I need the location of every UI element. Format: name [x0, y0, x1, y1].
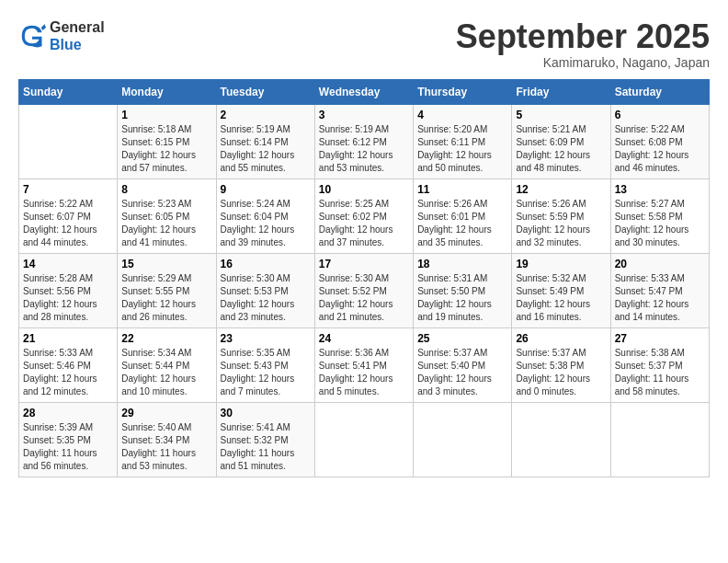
page-header: General Blue September 2025 Kamimaruko, …: [18, 18, 710, 70]
day-number: 1: [121, 109, 211, 121]
day-number: 18: [417, 258, 507, 270]
day-number: 6: [615, 109, 705, 121]
calendar-cell: 29Sunrise: 5:40 AM Sunset: 5:34 PM Dayli…: [118, 402, 216, 477]
day-info: Sunrise: 5:28 AM Sunset: 5:56 PM Dayligh…: [23, 272, 113, 324]
weekday-header-row: SundayMondayTuesdayWednesdayThursdayFrid…: [19, 79, 710, 104]
day-info: Sunrise: 5:19 AM Sunset: 6:12 PM Dayligh…: [319, 123, 409, 175]
day-number: 8: [121, 183, 211, 196]
logo-blue: Blue: [50, 36, 105, 53]
logo-general: General: [50, 18, 105, 36]
day-number: 24: [319, 332, 409, 345]
calendar-cell: 3Sunrise: 5:19 AM Sunset: 6:12 PM Daylig…: [314, 104, 413, 178]
day-info: Sunrise: 5:33 AM Sunset: 5:47 PM Dayligh…: [615, 272, 705, 324]
calendar-cell: [414, 402, 512, 477]
calendar-cell: 22Sunrise: 5:34 AM Sunset: 5:44 PM Dayli…: [118, 327, 216, 402]
calendar-cell: 28Sunrise: 5:39 AM Sunset: 5:35 PM Dayli…: [19, 402, 118, 477]
day-info: Sunrise: 5:21 AM Sunset: 6:09 PM Dayligh…: [516, 123, 606, 175]
logo-text: General Blue: [50, 18, 105, 53]
calendar-cell: 24Sunrise: 5:36 AM Sunset: 5:41 PM Dayli…: [314, 327, 413, 402]
day-info: Sunrise: 5:31 AM Sunset: 5:50 PM Dayligh…: [417, 272, 507, 324]
calendar-cell: 2Sunrise: 5:19 AM Sunset: 6:14 PM Daylig…: [216, 104, 314, 178]
calendar-cell: 13Sunrise: 5:27 AM Sunset: 5:58 PM Dayli…: [610, 178, 709, 253]
day-info: Sunrise: 5:39 AM Sunset: 5:35 PM Dayligh…: [23, 421, 113, 473]
day-info: Sunrise: 5:22 AM Sunset: 6:08 PM Dayligh…: [615, 123, 705, 175]
calendar-cell: 7Sunrise: 5:22 AM Sunset: 6:07 PM Daylig…: [19, 178, 118, 253]
day-number: 30: [221, 407, 311, 419]
weekday-header: Wednesday: [314, 79, 413, 104]
calendar-cell: 18Sunrise: 5:31 AM Sunset: 5:50 PM Dayli…: [414, 253, 512, 327]
calendar-cell: 20Sunrise: 5:33 AM Sunset: 5:47 PM Dayli…: [610, 253, 709, 327]
weekday-header: Thursday: [414, 79, 512, 104]
day-info: Sunrise: 5:27 AM Sunset: 5:58 PM Dayligh…: [615, 198, 705, 249]
day-info: Sunrise: 5:24 AM Sunset: 6:04 PM Dayligh…: [221, 198, 311, 249]
calendar-cell: 6Sunrise: 5:22 AM Sunset: 6:08 PM Daylig…: [610, 104, 709, 178]
calendar-cell: 11Sunrise: 5:26 AM Sunset: 6:01 PM Dayli…: [414, 178, 512, 253]
day-info: Sunrise: 5:25 AM Sunset: 6:02 PM Dayligh…: [319, 198, 409, 249]
calendar-cell: 30Sunrise: 5:41 AM Sunset: 5:32 PM Dayli…: [216, 402, 314, 477]
calendar-cell: [19, 104, 118, 178]
day-info: Sunrise: 5:36 AM Sunset: 5:41 PM Dayligh…: [319, 347, 409, 398]
calendar-week-row: 28Sunrise: 5:39 AM Sunset: 5:35 PM Dayli…: [19, 402, 710, 477]
weekday-header: Friday: [512, 79, 610, 104]
day-number: 19: [516, 258, 606, 270]
calendar-cell: 26Sunrise: 5:37 AM Sunset: 5:38 PM Dayli…: [512, 327, 610, 402]
day-info: Sunrise: 5:26 AM Sunset: 6:01 PM Dayligh…: [417, 198, 507, 249]
day-number: 21: [23, 332, 113, 345]
day-number: 25: [417, 332, 507, 345]
day-number: 4: [417, 109, 507, 121]
calendar-cell: 12Sunrise: 5:26 AM Sunset: 5:59 PM Dayli…: [512, 178, 610, 253]
day-number: 10: [319, 183, 409, 196]
day-info: Sunrise: 5:30 AM Sunset: 5:53 PM Dayligh…: [221, 272, 311, 324]
day-number: 26: [516, 332, 606, 345]
day-number: 29: [121, 407, 211, 419]
calendar-cell: 16Sunrise: 5:30 AM Sunset: 5:53 PM Dayli…: [216, 253, 314, 327]
calendar-cell: 25Sunrise: 5:37 AM Sunset: 5:40 PM Dayli…: [414, 327, 512, 402]
calendar-cell: 10Sunrise: 5:25 AM Sunset: 6:02 PM Dayli…: [314, 178, 413, 253]
day-info: Sunrise: 5:37 AM Sunset: 5:38 PM Dayligh…: [516, 347, 606, 398]
day-info: Sunrise: 5:18 AM Sunset: 6:15 PM Dayligh…: [121, 123, 211, 175]
calendar-cell: 23Sunrise: 5:35 AM Sunset: 5:43 PM Dayli…: [216, 327, 314, 402]
day-number: 13: [615, 183, 705, 196]
calendar-cell: 8Sunrise: 5:23 AM Sunset: 6:05 PM Daylig…: [118, 178, 216, 253]
day-info: Sunrise: 5:29 AM Sunset: 5:55 PM Dayligh…: [121, 272, 211, 324]
day-info: Sunrise: 5:40 AM Sunset: 5:34 PM Dayligh…: [121, 421, 211, 473]
day-number: 22: [121, 332, 211, 345]
calendar-week-row: 21Sunrise: 5:33 AM Sunset: 5:46 PM Dayli…: [19, 327, 710, 402]
day-number: 28: [23, 407, 113, 419]
day-info: Sunrise: 5:30 AM Sunset: 5:52 PM Dayligh…: [319, 272, 409, 324]
location: Kamimaruko, Nagano, Japan: [456, 55, 710, 70]
day-number: 2: [221, 109, 311, 121]
calendar-cell: 5Sunrise: 5:21 AM Sunset: 6:09 PM Daylig…: [512, 104, 610, 178]
weekday-header: Monday: [118, 79, 216, 104]
day-info: Sunrise: 5:35 AM Sunset: 5:43 PM Dayligh…: [221, 347, 311, 398]
day-info: Sunrise: 5:32 AM Sunset: 5:49 PM Dayligh…: [516, 272, 606, 324]
calendar-cell: 15Sunrise: 5:29 AM Sunset: 5:55 PM Dayli…: [118, 253, 216, 327]
logo: General Blue: [18, 18, 105, 53]
calendar-week-row: 7Sunrise: 5:22 AM Sunset: 6:07 PM Daylig…: [19, 178, 710, 253]
calendar-table: SundayMondayTuesdayWednesdayThursdayFrid…: [18, 79, 710, 477]
day-number: 15: [121, 258, 211, 270]
calendar-cell: [610, 402, 709, 477]
calendar-cell: 17Sunrise: 5:30 AM Sunset: 5:52 PM Dayli…: [314, 253, 413, 327]
day-info: Sunrise: 5:23 AM Sunset: 6:05 PM Dayligh…: [121, 198, 211, 249]
calendar-cell: 1Sunrise: 5:18 AM Sunset: 6:15 PM Daylig…: [118, 104, 216, 178]
day-number: 7: [23, 183, 113, 196]
calendar-cell: 27Sunrise: 5:38 AM Sunset: 5:37 PM Dayli…: [610, 327, 709, 402]
weekday-header: Tuesday: [216, 79, 314, 104]
day-info: Sunrise: 5:19 AM Sunset: 6:14 PM Dayligh…: [221, 123, 311, 175]
day-info: Sunrise: 5:34 AM Sunset: 5:44 PM Dayligh…: [121, 347, 211, 398]
calendar-cell: 14Sunrise: 5:28 AM Sunset: 5:56 PM Dayli…: [19, 253, 118, 327]
weekday-header: Saturday: [610, 79, 709, 104]
day-info: Sunrise: 5:41 AM Sunset: 5:32 PM Dayligh…: [221, 421, 311, 473]
calendar-cell: 4Sunrise: 5:20 AM Sunset: 6:11 PM Daylig…: [414, 104, 512, 178]
day-number: 12: [516, 183, 606, 196]
day-info: Sunrise: 5:38 AM Sunset: 5:37 PM Dayligh…: [615, 347, 705, 398]
calendar-cell: 19Sunrise: 5:32 AM Sunset: 5:49 PM Dayli…: [512, 253, 610, 327]
calendar-week-row: 14Sunrise: 5:28 AM Sunset: 5:56 PM Dayli…: [19, 253, 710, 327]
day-info: Sunrise: 5:33 AM Sunset: 5:46 PM Dayligh…: [23, 347, 113, 398]
calendar-week-row: 1Sunrise: 5:18 AM Sunset: 6:15 PM Daylig…: [19, 104, 710, 178]
day-info: Sunrise: 5:26 AM Sunset: 5:59 PM Dayligh…: [516, 198, 606, 249]
calendar-cell: 21Sunrise: 5:33 AM Sunset: 5:46 PM Dayli…: [19, 327, 118, 402]
day-number: 9: [221, 183, 311, 196]
calendar-cell: [512, 402, 610, 477]
